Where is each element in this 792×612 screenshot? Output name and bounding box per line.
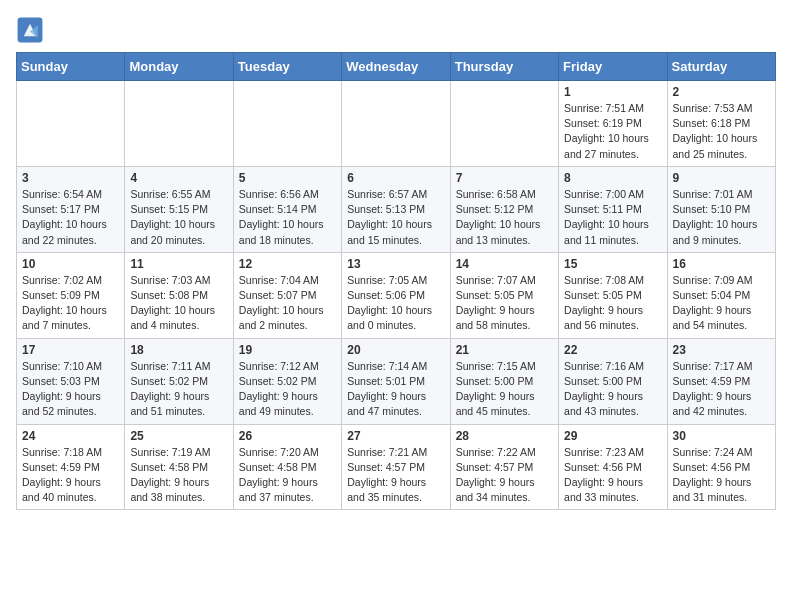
- day-number: 27: [347, 429, 444, 443]
- day-number: 29: [564, 429, 661, 443]
- calendar-cell: 14Sunrise: 7:07 AM Sunset: 5:05 PM Dayli…: [450, 252, 558, 338]
- day-number: 28: [456, 429, 553, 443]
- day-info: Sunrise: 6:57 AM Sunset: 5:13 PM Dayligh…: [347, 187, 444, 248]
- calendar-cell: 19Sunrise: 7:12 AM Sunset: 5:02 PM Dayli…: [233, 338, 341, 424]
- day-number: 13: [347, 257, 444, 271]
- day-info: Sunrise: 7:53 AM Sunset: 6:18 PM Dayligh…: [673, 101, 770, 162]
- calendar-cell: 21Sunrise: 7:15 AM Sunset: 5:00 PM Dayli…: [450, 338, 558, 424]
- col-monday: Monday: [125, 53, 233, 81]
- day-number: 21: [456, 343, 553, 357]
- day-info: Sunrise: 7:08 AM Sunset: 5:05 PM Dayligh…: [564, 273, 661, 334]
- calendar-cell: 24Sunrise: 7:18 AM Sunset: 4:59 PM Dayli…: [17, 424, 125, 510]
- day-info: Sunrise: 7:22 AM Sunset: 4:57 PM Dayligh…: [456, 445, 553, 506]
- calendar-cell: 1Sunrise: 7:51 AM Sunset: 6:19 PM Daylig…: [559, 81, 667, 167]
- calendar-cell: 5Sunrise: 6:56 AM Sunset: 5:14 PM Daylig…: [233, 166, 341, 252]
- calendar-body: 1Sunrise: 7:51 AM Sunset: 6:19 PM Daylig…: [17, 81, 776, 510]
- day-info: Sunrise: 7:07 AM Sunset: 5:05 PM Dayligh…: [456, 273, 553, 334]
- day-info: Sunrise: 7:11 AM Sunset: 5:02 PM Dayligh…: [130, 359, 227, 420]
- calendar-cell: 12Sunrise: 7:04 AM Sunset: 5:07 PM Dayli…: [233, 252, 341, 338]
- day-number: 19: [239, 343, 336, 357]
- calendar-cell: 8Sunrise: 7:00 AM Sunset: 5:11 PM Daylig…: [559, 166, 667, 252]
- day-info: Sunrise: 7:03 AM Sunset: 5:08 PM Dayligh…: [130, 273, 227, 334]
- calendar-cell: [342, 81, 450, 167]
- calendar-cell: 26Sunrise: 7:20 AM Sunset: 4:58 PM Dayli…: [233, 424, 341, 510]
- calendar-cell: 9Sunrise: 7:01 AM Sunset: 5:10 PM Daylig…: [667, 166, 775, 252]
- calendar-cell: 23Sunrise: 7:17 AM Sunset: 4:59 PM Dayli…: [667, 338, 775, 424]
- calendar-cell: 28Sunrise: 7:22 AM Sunset: 4:57 PM Dayli…: [450, 424, 558, 510]
- calendar-cell: 11Sunrise: 7:03 AM Sunset: 5:08 PM Dayli…: [125, 252, 233, 338]
- day-info: Sunrise: 6:55 AM Sunset: 5:15 PM Dayligh…: [130, 187, 227, 248]
- day-info: Sunrise: 7:14 AM Sunset: 5:01 PM Dayligh…: [347, 359, 444, 420]
- calendar-cell: 6Sunrise: 6:57 AM Sunset: 5:13 PM Daylig…: [342, 166, 450, 252]
- day-info: Sunrise: 6:56 AM Sunset: 5:14 PM Dayligh…: [239, 187, 336, 248]
- calendar-week-row: 10Sunrise: 7:02 AM Sunset: 5:09 PM Dayli…: [17, 252, 776, 338]
- day-info: Sunrise: 7:01 AM Sunset: 5:10 PM Dayligh…: [673, 187, 770, 248]
- day-number: 25: [130, 429, 227, 443]
- calendar-cell: 3Sunrise: 6:54 AM Sunset: 5:17 PM Daylig…: [17, 166, 125, 252]
- day-number: 16: [673, 257, 770, 271]
- day-number: 20: [347, 343, 444, 357]
- calendar-cell: 20Sunrise: 7:14 AM Sunset: 5:01 PM Dayli…: [342, 338, 450, 424]
- calendar-cell: 29Sunrise: 7:23 AM Sunset: 4:56 PM Dayli…: [559, 424, 667, 510]
- day-number: 17: [22, 343, 119, 357]
- day-info: Sunrise: 7:10 AM Sunset: 5:03 PM Dayligh…: [22, 359, 119, 420]
- day-number: 18: [130, 343, 227, 357]
- calendar-cell: 22Sunrise: 7:16 AM Sunset: 5:00 PM Dayli…: [559, 338, 667, 424]
- day-number: 5: [239, 171, 336, 185]
- calendar-cell: [450, 81, 558, 167]
- day-number: 4: [130, 171, 227, 185]
- day-number: 9: [673, 171, 770, 185]
- day-info: Sunrise: 7:15 AM Sunset: 5:00 PM Dayligh…: [456, 359, 553, 420]
- day-info: Sunrise: 7:12 AM Sunset: 5:02 PM Dayligh…: [239, 359, 336, 420]
- col-friday: Friday: [559, 53, 667, 81]
- calendar-cell: 10Sunrise: 7:02 AM Sunset: 5:09 PM Dayli…: [17, 252, 125, 338]
- calendar-cell: 2Sunrise: 7:53 AM Sunset: 6:18 PM Daylig…: [667, 81, 775, 167]
- day-number: 3: [22, 171, 119, 185]
- day-info: Sunrise: 7:02 AM Sunset: 5:09 PM Dayligh…: [22, 273, 119, 334]
- calendar-week-row: 24Sunrise: 7:18 AM Sunset: 4:59 PM Dayli…: [17, 424, 776, 510]
- calendar-cell: [125, 81, 233, 167]
- day-number: 14: [456, 257, 553, 271]
- calendar-cell: 15Sunrise: 7:08 AM Sunset: 5:05 PM Dayli…: [559, 252, 667, 338]
- day-info: Sunrise: 7:09 AM Sunset: 5:04 PM Dayligh…: [673, 273, 770, 334]
- day-number: 11: [130, 257, 227, 271]
- day-info: Sunrise: 6:54 AM Sunset: 5:17 PM Dayligh…: [22, 187, 119, 248]
- day-info: Sunrise: 7:16 AM Sunset: 5:00 PM Dayligh…: [564, 359, 661, 420]
- calendar-cell: 17Sunrise: 7:10 AM Sunset: 5:03 PM Dayli…: [17, 338, 125, 424]
- day-number: 30: [673, 429, 770, 443]
- calendar-cell: [233, 81, 341, 167]
- day-info: Sunrise: 7:04 AM Sunset: 5:07 PM Dayligh…: [239, 273, 336, 334]
- day-info: Sunrise: 6:58 AM Sunset: 5:12 PM Dayligh…: [456, 187, 553, 248]
- day-info: Sunrise: 7:05 AM Sunset: 5:06 PM Dayligh…: [347, 273, 444, 334]
- day-info: Sunrise: 7:19 AM Sunset: 4:58 PM Dayligh…: [130, 445, 227, 506]
- day-info: Sunrise: 7:17 AM Sunset: 4:59 PM Dayligh…: [673, 359, 770, 420]
- day-number: 10: [22, 257, 119, 271]
- calendar-cell: 4Sunrise: 6:55 AM Sunset: 5:15 PM Daylig…: [125, 166, 233, 252]
- day-number: 23: [673, 343, 770, 357]
- col-sunday: Sunday: [17, 53, 125, 81]
- day-number: 15: [564, 257, 661, 271]
- day-number: 12: [239, 257, 336, 271]
- day-info: Sunrise: 7:21 AM Sunset: 4:57 PM Dayligh…: [347, 445, 444, 506]
- day-number: 7: [456, 171, 553, 185]
- col-wednesday: Wednesday: [342, 53, 450, 81]
- day-info: Sunrise: 7:23 AM Sunset: 4:56 PM Dayligh…: [564, 445, 661, 506]
- page-header: [16, 16, 776, 44]
- calendar: Sunday Monday Tuesday Wednesday Thursday…: [16, 52, 776, 510]
- day-number: 24: [22, 429, 119, 443]
- calendar-header-row: Sunday Monday Tuesday Wednesday Thursday…: [17, 53, 776, 81]
- calendar-cell: 18Sunrise: 7:11 AM Sunset: 5:02 PM Dayli…: [125, 338, 233, 424]
- day-number: 22: [564, 343, 661, 357]
- calendar-cell: 30Sunrise: 7:24 AM Sunset: 4:56 PM Dayli…: [667, 424, 775, 510]
- day-number: 8: [564, 171, 661, 185]
- day-number: 2: [673, 85, 770, 99]
- day-info: Sunrise: 7:18 AM Sunset: 4:59 PM Dayligh…: [22, 445, 119, 506]
- day-number: 26: [239, 429, 336, 443]
- logo: [16, 16, 48, 44]
- calendar-cell: 27Sunrise: 7:21 AM Sunset: 4:57 PM Dayli…: [342, 424, 450, 510]
- calendar-week-row: 1Sunrise: 7:51 AM Sunset: 6:19 PM Daylig…: [17, 81, 776, 167]
- logo-icon: [16, 16, 44, 44]
- day-info: Sunrise: 7:51 AM Sunset: 6:19 PM Dayligh…: [564, 101, 661, 162]
- calendar-cell: 7Sunrise: 6:58 AM Sunset: 5:12 PM Daylig…: [450, 166, 558, 252]
- calendar-cell: 16Sunrise: 7:09 AM Sunset: 5:04 PM Dayli…: [667, 252, 775, 338]
